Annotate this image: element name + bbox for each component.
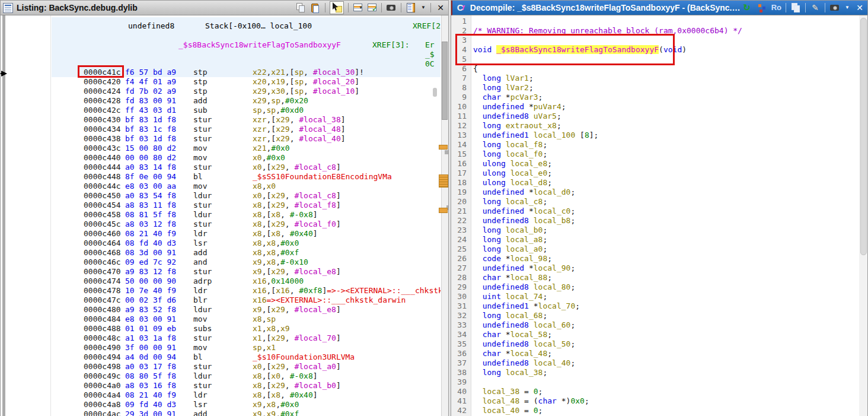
instruction-address[interactable]: 0000c4a8	[84, 400, 121, 409]
listing-row[interactable]: 0000c454a8 83 11 f8sturx8,[x29, #local_f…	[1, 201, 441, 210]
decompiler-scrollbar-thumb[interactable]	[860, 18, 867, 255]
instruction-bytes[interactable]: 00 00 80 d2	[125, 153, 176, 163]
instruction-address[interactable]: 0000c46c	[84, 258, 121, 267]
code-text[interactable]: long lVar1;	[473, 74, 534, 83]
listing-row[interactable]: 0000c46808 3d 00 91addx8,x8,#0xf	[1, 248, 441, 258]
cursor-icon[interactable]	[330, 1, 344, 14]
code-text[interactable]: code *local_98;	[473, 254, 552, 263]
instruction-address[interactable]: 0000c434	[84, 125, 121, 134]
instruction-operands[interactable]: x0,#0x0	[253, 153, 285, 163]
instruction-operands[interactable]: sp,sp,#0xd0	[253, 106, 304, 115]
instruction-address[interactable]: 0000c494	[84, 353, 121, 362]
code-line[interactable]: 27 undefined *local_90;	[451, 263, 860, 273]
instruction-mnemonic[interactable]: add	[193, 409, 207, 416]
instruction-bytes[interactable]: a4 0d 00 94	[125, 353, 176, 362]
instruction-address[interactable]: 0000c450	[84, 191, 121, 201]
instruction-operands[interactable]: x16,[x16, #0xf8]=>-><EXTERNAL>::___chkst…	[253, 286, 441, 296]
instruction-mnemonic[interactable]: lsr	[193, 400, 207, 409]
refresh-icon[interactable]: ↻	[742, 2, 752, 13]
code-text[interactable]: undefined *local_90;	[473, 263, 575, 273]
code-line[interactable]: 12 long extraout_x8;	[451, 121, 860, 131]
instruction-operands[interactable]: x8,x8,#0xf	[253, 248, 299, 258]
instruction-address[interactable]: 0000c484	[84, 315, 121, 324]
instruction-operands[interactable]: x29,sp,#0x20	[253, 96, 308, 106]
code-text[interactable]: long local_68;	[473, 311, 547, 320]
code-line[interactable]: 30 uint local_74;	[451, 292, 860, 301]
code-line[interactable]: 4void _$s8BackSync18writeFlagToSandboxyy…	[451, 45, 860, 55]
code-line[interactable]: 14 long local_f8;	[451, 140, 860, 150]
instruction-operands[interactable]: x8,[x8, #0x40]	[253, 390, 318, 400]
instruction-operands[interactable]: x8,[x29, #local_f0]	[253, 220, 341, 229]
instruction-bytes[interactable]: bf 03 1d f8	[125, 134, 176, 144]
instruction-operands[interactable]: x16=><EXTERNAL>::___chkstk_darwin	[253, 296, 406, 305]
listing-row[interactable]: 0000c42cff 43 03 d1subsp,sp,#0xd0	[1, 106, 441, 115]
listing-row[interactable]: 0000c438bf 03 1d f8sturxzr,[x29, #local_…	[1, 134, 441, 144]
instruction-mnemonic[interactable]: stp	[193, 68, 207, 77]
code-text[interactable]: undefined8 local_40;	[473, 358, 575, 368]
instruction-bytes[interactable]: bf 83 1c f8	[125, 125, 176, 134]
caret-icon[interactable]: ▼	[844, 2, 850, 13]
instruction-operands[interactable]: x8,sp	[253, 315, 276, 324]
copy-icon[interactable]	[790, 2, 801, 13]
listing-row[interactable]: 0000c4488f 0e 00 94bl_$sSS10FoundationE8…	[1, 172, 441, 182]
instruction-mnemonic[interactable]: mov	[193, 343, 207, 353]
instruction-bytes[interactable]: 08 3d 00 91	[125, 248, 176, 258]
code-text[interactable]: ulong local_e0;	[473, 169, 552, 178]
instruction-mnemonic[interactable]: lsr	[193, 239, 207, 248]
instruction-operands[interactable]: x9,x8,#0x0	[253, 400, 299, 409]
instruction-operands[interactable]: x8,[x0, #-0x8]	[253, 371, 318, 381]
code-line[interactable]: 18 ulong local_d8;	[451, 178, 860, 188]
instruction-bytes[interactable]: 08 fd 40 d3	[125, 239, 176, 248]
instruction-address[interactable]: 0000c458	[84, 210, 121, 220]
decompiler-content[interactable]: 12/* WARNING: Removing unreachable block…	[451, 15, 867, 416]
instruction-operands[interactable]: x29,x30,[sp, #local_10]	[253, 87, 359, 96]
code-line[interactable]: 6{	[451, 64, 860, 74]
code-line[interactable]: 19 undefined *local_d0;	[451, 188, 860, 197]
listing-row[interactable]: 0000c420f4 4f 01 a9stpx20,x19,[sp, #loca…	[1, 77, 441, 87]
instruction-mnemonic[interactable]: mov	[193, 182, 207, 191]
instruction-operands[interactable]: x8,[x29, #local_b0]	[253, 381, 341, 390]
listing-row[interactable]: 0000c444a0 83 14 f8sturx0,[x29, #local_c…	[1, 163, 441, 172]
instruction-bytes[interactable]: a0 03 17 f8	[125, 362, 176, 371]
instruction-mnemonic[interactable]: stur	[193, 362, 212, 371]
instruction-mnemonic[interactable]: stur	[193, 125, 212, 134]
instruction-mnemonic[interactable]: stur	[193, 134, 212, 144]
code-text[interactable]: /* WARNING: Removing unreachable block (…	[473, 26, 742, 36]
instruction-address[interactable]: 0000c420	[84, 77, 121, 87]
code-line[interactable]: 35 undefined8 local_50;	[451, 339, 860, 349]
code-line[interactable]: 26 code *local_98;	[451, 254, 860, 263]
instruction-operands[interactable]: x8,[x29, #local_f8]	[253, 201, 341, 210]
instruction-mnemonic[interactable]: mov	[193, 153, 207, 163]
code-line[interactable]: 7 long lVar1;	[451, 74, 860, 83]
code-line[interactable]: 42 local_40 = 0;	[451, 406, 860, 415]
code-text[interactable]: char *local_58;	[473, 330, 552, 339]
instruction-operands[interactable]: x1,[x29, #local_70]	[253, 334, 341, 343]
instruction-mnemonic[interactable]: ldr	[193, 286, 207, 296]
code-line[interactable]: 40 local_38 = 0;	[451, 387, 860, 396]
code-text[interactable]: undefined *local_d0;	[473, 188, 575, 197]
instruction-mnemonic[interactable]: stur	[193, 115, 212, 125]
code-text[interactable]: undefined *puVar4;	[473, 102, 566, 112]
code-text[interactable]: long local_f0;	[473, 150, 547, 159]
code-line[interactable]: 17 ulong local_e0;	[451, 169, 860, 178]
instruction-bytes[interactable]: 10 7e 40 f9	[125, 286, 176, 296]
paste-icon[interactable]	[310, 2, 321, 13]
instruction-bytes[interactable]: 09 ed 7c 92	[125, 258, 176, 267]
instruction-bytes[interactable]: f4 4f 01 a9	[125, 77, 176, 87]
instruction-bytes[interactable]: 3f 00 00 91	[125, 343, 176, 353]
caret-icon[interactable]: ▼	[420, 2, 426, 13]
instruction-operands[interactable]: x16,0x14000	[253, 277, 304, 286]
code-text[interactable]: local_40 = 0;	[473, 406, 542, 415]
instruction-bytes[interactable]: fd 83 00 91	[125, 96, 176, 106]
instruction-bytes[interactable]: fd 7b 02 a9	[125, 87, 176, 96]
listing-row[interactable]: 0000c4a0a8 03 16 f8sturx8,[x29, #local_b…	[1, 381, 441, 390]
instruction-operands[interactable]: x0,[x29, #local_a0]	[253, 362, 341, 371]
instruction-bytes[interactable]: 50 00 00 90	[125, 277, 176, 286]
listing-row[interactable]: 0000c48ca1 03 1a f8sturx1,[x29, #local_7…	[1, 334, 441, 343]
table-check-icon[interactable]: ✓	[367, 2, 377, 13]
instruction-bytes[interactable]: 08 80 5f f8	[125, 371, 176, 381]
code-text[interactable]: undefined1 local_100 [8];	[473, 131, 598, 140]
instruction-mnemonic[interactable]: ldur	[193, 305, 212, 315]
ro-icon[interactable]: Ro	[771, 2, 781, 13]
instruction-mnemonic[interactable]: ldur	[193, 210, 212, 220]
